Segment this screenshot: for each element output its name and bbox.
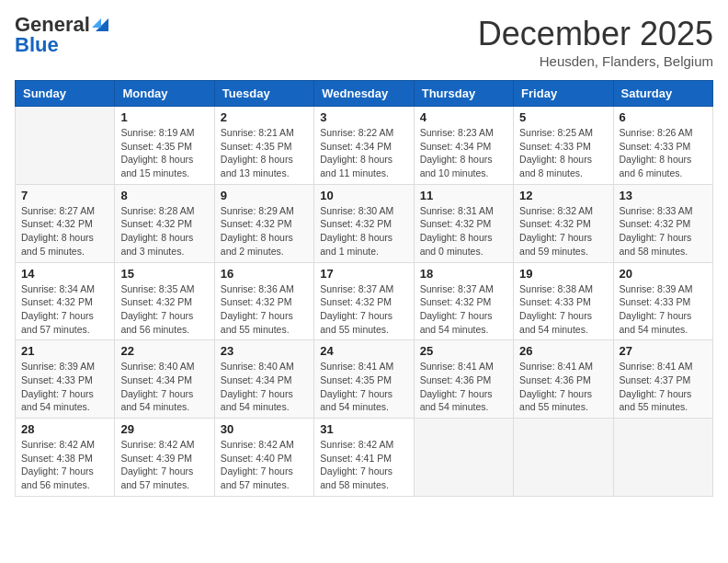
day-info: Sunrise: 8:21 AM Sunset: 4:35 PM Dayligh…	[221, 126, 308, 180]
day-number: 22	[120, 344, 208, 358]
day-info: Sunrise: 8:37 AM Sunset: 4:32 PM Dayligh…	[420, 282, 507, 337]
calendar-cell: 16Sunrise: 8:36 AM Sunset: 4:32 PM Dayli…	[214, 262, 313, 340]
day-number: 20	[620, 267, 707, 281]
day-info: Sunrise: 8:41 AM Sunset: 4:37 PM Dayligh…	[620, 360, 707, 414]
day-number: 7	[21, 189, 108, 202]
calendar-cell: 11Sunrise: 8:31 AM Sunset: 4:32 PM Dayli…	[414, 184, 513, 262]
day-number: 6	[620, 110, 707, 124]
day-info: Sunrise: 8:41 AM Sunset: 4:35 PM Dayligh…	[320, 360, 407, 414]
day-number: 12	[519, 189, 607, 202]
calendar-cell: 1Sunrise: 8:19 AM Sunset: 4:35 PM Daylig…	[115, 107, 214, 185]
day-info: Sunrise: 8:25 AM Sunset: 4:33 PM Dayligh…	[519, 126, 607, 180]
day-number: 23	[221, 344, 308, 358]
day-number: 3	[320, 110, 407, 124]
calendar-cell: 29Sunrise: 8:42 AM Sunset: 4:39 PM Dayli…	[115, 419, 214, 497]
day-info: Sunrise: 8:22 AM Sunset: 4:34 PM Dayligh…	[320, 126, 407, 180]
weekday-header: Tuesday	[214, 81, 313, 107]
day-number: 21	[21, 344, 108, 358]
day-info: Sunrise: 8:28 AM Sunset: 4:32 PM Dayligh…	[120, 204, 208, 259]
weekday-header: Thursday	[414, 81, 513, 107]
calendar-table: SundayMondayTuesdayWednesdayThursdayFrid…	[15, 80, 713, 497]
day-info: Sunrise: 8:40 AM Sunset: 4:34 PM Dayligh…	[221, 360, 308, 414]
page-header: General Blue December 2025 Heusden, Flan…	[15, 15, 713, 69]
calendar-cell: 18Sunrise: 8:37 AM Sunset: 4:32 PM Dayli…	[414, 262, 513, 340]
calendar-cell: 17Sunrise: 8:37 AM Sunset: 4:32 PM Dayli…	[314, 262, 414, 340]
day-number: 27	[620, 344, 707, 358]
logo: General Blue	[15, 15, 108, 55]
calendar-cell: 14Sunrise: 8:34 AM Sunset: 4:32 PM Dayli…	[16, 262, 115, 340]
day-info: Sunrise: 8:39 AM Sunset: 4:33 PM Dayligh…	[21, 360, 108, 414]
day-info: Sunrise: 8:23 AM Sunset: 4:34 PM Dayligh…	[420, 126, 507, 180]
calendar-cell	[514, 419, 613, 497]
calendar-cell: 4Sunrise: 8:23 AM Sunset: 4:34 PM Daylig…	[414, 107, 513, 185]
calendar-cell: 5Sunrise: 8:25 AM Sunset: 4:33 PM Daylig…	[514, 107, 613, 185]
day-info: Sunrise: 8:32 AM Sunset: 4:32 PM Dayligh…	[519, 204, 607, 259]
day-info: Sunrise: 8:42 AM Sunset: 4:39 PM Dayligh…	[120, 438, 208, 492]
weekday-header: Saturday	[613, 81, 712, 107]
day-number: 18	[420, 267, 507, 281]
calendar-week-row: 14Sunrise: 8:34 AM Sunset: 4:32 PM Dayli…	[16, 262, 713, 340]
calendar-cell: 20Sunrise: 8:39 AM Sunset: 4:33 PM Dayli…	[613, 262, 712, 340]
calendar-cell: 8Sunrise: 8:28 AM Sunset: 4:32 PM Daylig…	[115, 184, 214, 262]
day-number: 13	[620, 189, 707, 202]
calendar-cell: 2Sunrise: 8:21 AM Sunset: 4:35 PM Daylig…	[214, 107, 313, 185]
day-info: Sunrise: 8:29 AM Sunset: 4:32 PM Dayligh…	[221, 204, 308, 259]
calendar-cell: 3Sunrise: 8:22 AM Sunset: 4:34 PM Daylig…	[314, 107, 414, 185]
month-title: December 2025	[478, 15, 713, 53]
day-info: Sunrise: 8:42 AM Sunset: 4:41 PM Dayligh…	[320, 438, 407, 492]
calendar-cell: 22Sunrise: 8:40 AM Sunset: 4:34 PM Dayli…	[115, 340, 214, 419]
day-number: 5	[519, 110, 607, 124]
calendar-cell: 30Sunrise: 8:42 AM Sunset: 4:40 PM Dayli…	[214, 419, 313, 497]
day-number: 9	[221, 189, 308, 202]
calendar-cell: 15Sunrise: 8:35 AM Sunset: 4:32 PM Dayli…	[115, 262, 214, 340]
day-info: Sunrise: 8:40 AM Sunset: 4:34 PM Dayligh…	[120, 360, 208, 414]
day-number: 25	[420, 344, 507, 358]
day-info: Sunrise: 8:41 AM Sunset: 4:36 PM Dayligh…	[420, 360, 507, 414]
day-info: Sunrise: 8:41 AM Sunset: 4:36 PM Dayligh…	[519, 360, 607, 414]
day-number: 4	[420, 110, 507, 124]
day-info: Sunrise: 8:39 AM Sunset: 4:33 PM Dayligh…	[620, 282, 707, 337]
day-number: 30	[221, 422, 308, 436]
calendar-header-row: SundayMondayTuesdayWednesdayThursdayFrid…	[16, 81, 713, 107]
calendar-cell: 10Sunrise: 8:30 AM Sunset: 4:32 PM Dayli…	[314, 184, 414, 262]
day-info: Sunrise: 8:35 AM Sunset: 4:32 PM Dayligh…	[120, 282, 208, 337]
day-number: 2	[221, 110, 308, 124]
day-info: Sunrise: 8:31 AM Sunset: 4:32 PM Dayligh…	[420, 204, 507, 259]
day-number: 16	[221, 267, 308, 281]
day-number: 29	[120, 422, 208, 436]
calendar-cell: 28Sunrise: 8:42 AM Sunset: 4:38 PM Dayli…	[16, 419, 115, 497]
day-number: 14	[21, 267, 108, 281]
calendar-cell: 24Sunrise: 8:41 AM Sunset: 4:35 PM Dayli…	[314, 340, 414, 419]
day-number: 8	[120, 189, 208, 202]
logo-triangle-icon	[92, 15, 108, 31]
title-block: December 2025 Heusden, Flanders, Belgium	[478, 15, 713, 69]
location-subtitle: Heusden, Flanders, Belgium	[478, 53, 713, 69]
calendar-cell: 27Sunrise: 8:41 AM Sunset: 4:37 PM Dayli…	[613, 340, 712, 419]
day-number: 19	[519, 267, 607, 281]
calendar-cell	[414, 419, 513, 497]
calendar-week-row: 1Sunrise: 8:19 AM Sunset: 4:35 PM Daylig…	[16, 107, 713, 185]
day-info: Sunrise: 8:42 AM Sunset: 4:40 PM Dayligh…	[221, 438, 308, 492]
day-info: Sunrise: 8:38 AM Sunset: 4:33 PM Dayligh…	[519, 282, 607, 337]
day-number: 26	[519, 344, 607, 358]
day-number: 28	[21, 422, 108, 436]
day-info: Sunrise: 8:27 AM Sunset: 4:32 PM Dayligh…	[21, 204, 108, 259]
calendar-cell: 19Sunrise: 8:38 AM Sunset: 4:33 PM Dayli…	[514, 262, 613, 340]
day-info: Sunrise: 8:19 AM Sunset: 4:35 PM Dayligh…	[120, 126, 208, 180]
day-info: Sunrise: 8:36 AM Sunset: 4:32 PM Dayligh…	[221, 282, 308, 337]
day-number: 24	[320, 344, 407, 358]
calendar-week-row: 7Sunrise: 8:27 AM Sunset: 4:32 PM Daylig…	[16, 184, 713, 262]
calendar-cell: 6Sunrise: 8:26 AM Sunset: 4:33 PM Daylig…	[613, 107, 712, 185]
day-info: Sunrise: 8:34 AM Sunset: 4:32 PM Dayligh…	[21, 282, 108, 337]
weekday-header: Sunday	[16, 81, 115, 107]
day-number: 17	[320, 267, 407, 281]
calendar-cell: 25Sunrise: 8:41 AM Sunset: 4:36 PM Dayli…	[414, 340, 513, 419]
day-info: Sunrise: 8:37 AM Sunset: 4:32 PM Dayligh…	[320, 282, 407, 337]
calendar-cell	[16, 107, 115, 185]
calendar-cell	[613, 419, 712, 497]
day-info: Sunrise: 8:30 AM Sunset: 4:32 PM Dayligh…	[320, 204, 407, 259]
svg-marker-1	[92, 18, 101, 28]
calendar-cell: 23Sunrise: 8:40 AM Sunset: 4:34 PM Dayli…	[214, 340, 313, 419]
logo-general-text: General	[15, 15, 90, 35]
day-number: 11	[420, 189, 507, 202]
